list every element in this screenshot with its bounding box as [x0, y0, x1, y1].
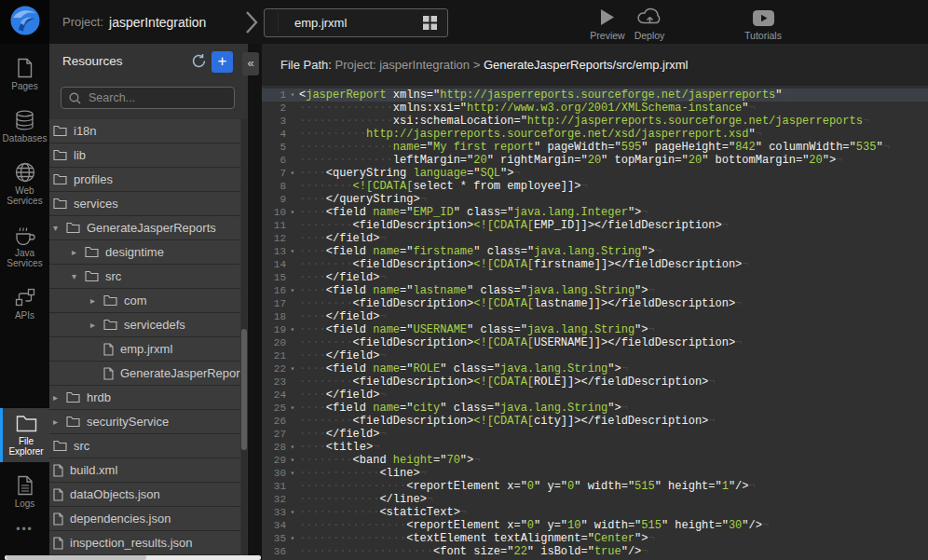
expand-arrow-icon[interactable]: ▸ — [72, 247, 85, 257]
sidebar-item-databases[interactable]: Databases — [0, 105, 49, 149]
code-line[interactable]: 30▾············<line>¬ — [262, 467, 928, 480]
tree-item[interactable]: dataObjects.json — [49, 483, 240, 507]
expand-arrow-icon[interactable]: ▸ — [90, 320, 103, 330]
code-line[interactable]: 28▾····<title>¬ — [262, 441, 928, 454]
code-line[interactable]: 6··············leftMargin="20" rightMarg… — [262, 154, 928, 167]
add-resource-button[interactable]: + — [212, 51, 233, 73]
code-line[interactable]: 17········<fieldDescription><![CDATA[las… — [262, 297, 928, 310]
code-line[interactable]: 36····················<font size="22" is… — [262, 545, 928, 558]
tree-scrollbar-thumb[interactable] — [241, 329, 247, 450]
code-line[interactable]: 26········<fieldDescription><![CDATA[cit… — [262, 415, 928, 428]
code-line[interactable]: 35▾················<textElement textAlig… — [262, 532, 928, 545]
fold-icon[interactable]: ▾ — [286, 362, 299, 376]
fold-icon[interactable]: ▾ — [286, 89, 299, 102]
tree-item[interactable]: i18n — [49, 119, 240, 143]
code-line[interactable]: 12····</field>¬ — [262, 232, 928, 245]
deploy-button[interactable]: Deploy — [629, 6, 670, 41]
code-line[interactable]: 15····</field>¬ — [262, 271, 928, 284]
tutorials-button[interactable]: Tutorials — [739, 6, 787, 41]
code-line[interactable]: 27····</field>¬ — [262, 428, 928, 441]
code-token: name — [373, 402, 400, 415]
collapse-panel-button[interactable]: « — [242, 52, 259, 75]
open-file-tab[interactable]: emp.jrxml — [264, 8, 448, 37]
code-line[interactable]: 32············</line>¬ — [262, 493, 928, 506]
sidebar-item-apis[interactable]: APIs — [0, 282, 49, 326]
sidebar-item-web-services[interactable]: Web Services — [0, 157, 49, 212]
fold-icon[interactable]: ▾ — [286, 506, 299, 519]
tree-item[interactable]: inspection_results.json — [49, 531, 240, 555]
code-line[interactable]: 11········<fieldDescription><![CDATA[EMP… — [262, 219, 928, 232]
code-line[interactable]: 19▾····<field name="USERNAME" class="jav… — [262, 323, 928, 336]
tree-item[interactable]: GenerateJasperReports.s — [49, 362, 240, 386]
fold-icon[interactable]: ▾ — [286, 467, 299, 480]
code-line[interactable]: 33▾············<staticText>¬ — [262, 506, 928, 519]
code-line[interactable]: 20········<fieldDescription><![CDATA[USE… — [262, 336, 928, 349]
fold-icon[interactable]: ▾ — [286, 532, 299, 545]
tree-item[interactable]: profiles — [49, 168, 240, 192]
fold-icon[interactable]: ▾ — [286, 284, 299, 297]
code-line[interactable]: 4··········http://jasperreports.sourcefo… — [262, 128, 928, 141]
tree-scrollbar[interactable] — [241, 119, 247, 555]
horizontal-scrollbar[interactable] — [5, 555, 261, 560]
tree-item[interactable]: lib — [49, 143, 240, 168]
sidebar-item-logs[interactable]: Logs — [0, 471, 49, 514]
fold-icon[interactable]: ▾ — [286, 323, 299, 336]
tree-item[interactable]: ▾GenerateJasperReports — [49, 216, 240, 240]
code-line[interactable]: 13▾····<field name="firstname" class="ja… — [262, 245, 928, 258]
search-input[interactable] — [87, 90, 221, 105]
code-line[interactable]: 21····</field>¬ — [262, 349, 928, 362]
code-line[interactable]: 25▾····<field name="city" class="java.la… — [262, 402, 928, 415]
tree-item[interactable]: ▾src — [49, 265, 240, 289]
code-line[interactable]: 18····</field>¬ — [262, 310, 928, 323]
code-line[interactable]: 2··············xmlns:xsi="http://www.w3.… — [262, 102, 928, 115]
code-editor[interactable]: 1▾<jasperReport xmlns="http://jasperrepo… — [262, 86, 928, 560]
expand-arrow-icon[interactable]: ▾ — [72, 271, 85, 281]
fold-icon[interactable]: ▾ — [286, 454, 299, 467]
code-line[interactable]: 8········<![CDATA[select * from employee… — [262, 180, 928, 193]
sidebar-item-java-services[interactable]: Java Services — [0, 220, 49, 274]
expand-arrow-icon[interactable]: ▸ — [53, 392, 66, 403]
code-line[interactable]: 16▾····<field name="lastname" class="jav… — [262, 284, 928, 297]
code-token: <textElement textAlignment=" — [406, 532, 594, 545]
code-line[interactable]: 22▾····<field name="ROLE" class="java.la… — [262, 362, 928, 376]
code-line[interactable]: 24····</field>¬ — [262, 389, 928, 402]
expand-arrow-icon[interactable]: ▸ — [53, 417, 66, 427]
code-line[interactable]: 10▾····<field name="EMP_ID" class="java.… — [262, 206, 928, 219]
tree-item[interactable]: ▸hrdb — [49, 386, 240, 410]
expand-arrow-icon[interactable]: ▸ — [90, 295, 103, 306]
code-line[interactable]: 23········<fieldDescription><![CDATA[ROL… — [262, 376, 928, 389]
tree-item[interactable]: emp.jrxml — [49, 337, 240, 362]
refresh-button[interactable] — [191, 53, 207, 73]
code-line[interactable]: 34················<reportElement x="0" y… — [262, 519, 928, 532]
code-line[interactable]: 31················<reportElement x="0" y… — [262, 480, 928, 493]
tree-item[interactable]: src — [49, 434, 240, 458]
code-line[interactable]: 3··············xsi:schemaLocation="http:… — [262, 115, 928, 128]
code-line[interactable]: 5··············name="My first report" pa… — [262, 141, 928, 154]
horizontal-scrollbar-thumb[interactable] — [7, 555, 146, 560]
fold-icon[interactable]: ▾ — [286, 402, 299, 415]
fold-icon[interactable]: ▾ — [286, 167, 299, 180]
app-logo[interactable] — [0, 0, 49, 44]
tree-item[interactable]: ▸designtime — [49, 240, 240, 265]
code-line[interactable]: 29▾········<band height="70">¬ — [262, 454, 928, 467]
tree-item[interactable]: dependencies.json — [49, 507, 240, 531]
code-line[interactable]: 7▾····<queryString language="SQL">¬ — [262, 167, 928, 180]
expand-arrow-icon[interactable]: ▾ — [53, 223, 66, 233]
tree-item[interactable]: build.xml — [49, 458, 240, 483]
tree-item[interactable]: ▸com — [49, 289, 240, 313]
sidebar-item-pages[interactable]: Pages — [0, 53, 49, 97]
tree-item[interactable]: ▸servicedefs — [49, 313, 240, 337]
grid-icon[interactable] — [423, 16, 437, 30]
tree-item[interactable]: services — [49, 192, 240, 216]
sidebar-item-file-explorer[interactable]: File Explorer — [0, 408, 49, 462]
search-box[interactable] — [61, 87, 235, 109]
tree-item[interactable]: ▸securityService — [49, 410, 240, 434]
fold-icon[interactable]: ▾ — [286, 206, 299, 219]
fold-icon[interactable]: ▾ — [286, 441, 299, 454]
more-options-button[interactable]: ••• — [0, 523, 49, 536]
fold-icon[interactable]: ▾ — [286, 245, 299, 258]
code-line[interactable]: 1▾<jasperReport xmlns="http://jasperrepo… — [262, 89, 928, 102]
code-line[interactable]: 14········<fieldDescription><![CDATA[fir… — [262, 258, 928, 271]
code-line[interactable]: 9····</queryString>¬ — [262, 193, 928, 206]
preview-button[interactable]: Preview — [587, 6, 628, 41]
